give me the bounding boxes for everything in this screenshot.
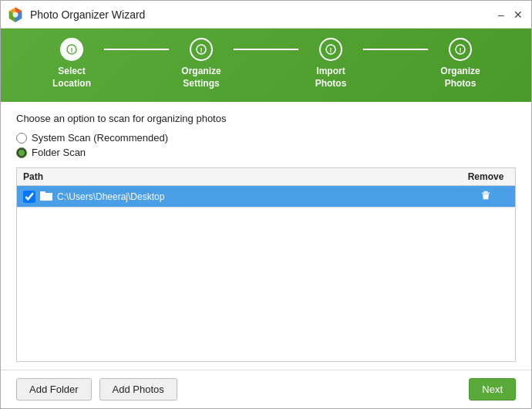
step-2-icon: ! — [196, 44, 207, 55]
instruction-text: Choose an option to scan for organizing … — [16, 113, 516, 124]
step-3-circle: ! — [319, 38, 342, 61]
trash-icon — [480, 190, 491, 201]
table-body: C:\Users\Dheeraj\Desktop — [17, 186, 515, 361]
row-checkbox[interactable] — [23, 191, 35, 203]
title-bar: Photo Organizer Wizard – ✕ — [1, 1, 531, 29]
step-2-label: OrganizeSettings — [181, 66, 221, 90]
step-3-icon: ! — [325, 44, 336, 55]
steps-container: ! SelectLocation ! OrganizeSettings — [16, 38, 516, 90]
svg-rect-14 — [40, 191, 45, 194]
remove-column-header: Remove — [463, 171, 509, 182]
path-column-header: Path — [23, 171, 463, 182]
svg-text:!: ! — [330, 46, 332, 54]
main-content: Choose an option to scan for organizing … — [1, 102, 531, 370]
svg-text:!: ! — [460, 46, 462, 54]
delete-row-button[interactable] — [463, 190, 509, 203]
svg-rect-17 — [482, 193, 490, 194]
step-import-photos[interactable]: ! ImportPhotos — [298, 38, 363, 90]
system-scan-label: System Scan (Recommended) — [32, 132, 168, 144]
next-button[interactable]: Next — [469, 378, 516, 401]
step-select-location[interactable]: ! SelectLocation — [39, 38, 104, 90]
svg-rect-15 — [41, 194, 52, 200]
table-row[interactable]: C:\Users\Dheeraj\Desktop — [17, 186, 515, 208]
table-header: Path Remove — [17, 168, 515, 186]
step-4-circle: ! — [449, 38, 472, 61]
window-title: Photo Organizer Wizard — [30, 8, 494, 21]
scan-options: System Scan (Recommended) Folder Scan — [16, 132, 516, 158]
step-organize-settings[interactable]: ! OrganizeSettings — [169, 38, 234, 90]
minimize-button[interactable]: – — [494, 8, 508, 22]
svg-text:!: ! — [71, 46, 73, 54]
close-button[interactable]: ✕ — [511, 8, 525, 22]
folder-table: Path Remove C:\Users\Dheeraj\Desktop — [16, 167, 516, 362]
svg-point-4 — [13, 12, 19, 17]
folder-icon — [40, 190, 52, 203]
step-1-circle: ! — [60, 38, 83, 61]
system-scan-radio[interactable] — [16, 133, 27, 144]
step-2-circle: ! — [190, 38, 213, 61]
step-4-label: OrganizePhotos — [440, 66, 480, 90]
step-1-label: SelectLocation — [52, 66, 91, 90]
svg-rect-16 — [483, 191, 487, 193]
svg-text:!: ! — [200, 46, 203, 54]
folder-scan-option[interactable]: Folder Scan — [16, 147, 516, 158]
add-folder-button[interactable]: Add Folder — [16, 378, 92, 401]
step-organize-photos[interactable]: ! OrganizePhotos — [428, 38, 493, 90]
app-logo — [7, 6, 24, 23]
wizard-header: ! SelectLocation ! OrganizeSettings — [1, 29, 531, 102]
step-1-icon: ! — [66, 44, 77, 55]
folder-scan-label: Folder Scan — [32, 147, 86, 158]
step-4-icon: ! — [455, 44, 466, 55]
row-path-text: C:\Users\Dheeraj\Desktop — [57, 191, 463, 202]
connector-3 — [363, 49, 428, 50]
main-window: Photo Organizer Wizard – ✕ ! SelectLocat… — [0, 0, 532, 409]
window-controls: – ✕ — [494, 8, 525, 22]
add-photos-button[interactable]: Add Photos — [99, 378, 177, 401]
system-scan-option[interactable]: System Scan (Recommended) — [16, 132, 516, 144]
connector-2 — [234, 49, 298, 50]
connector-1 — [104, 49, 169, 50]
step-3-label: ImportPhotos — [315, 66, 347, 90]
folder-scan-radio[interactable] — [16, 147, 27, 158]
bottom-bar: Add Folder Add Photos Next — [1, 370, 531, 408]
